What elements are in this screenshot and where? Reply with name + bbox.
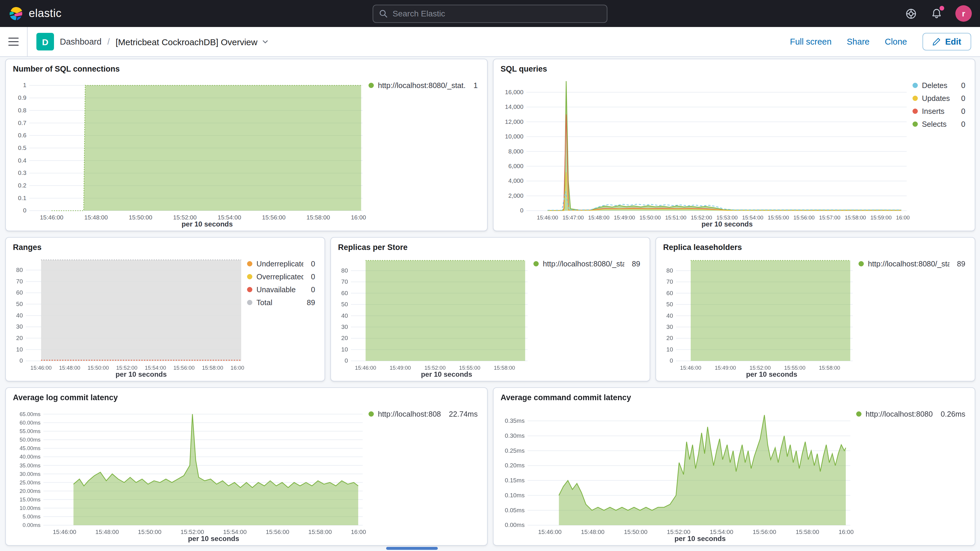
full-screen-button[interactable]: Full screen bbox=[790, 37, 832, 46]
chart-canvas[interactable]: 02,0004,0006,0008,00010,00012,00014,0001… bbox=[500, 75, 910, 229]
elastic-logo[interactable]: elastic bbox=[8, 6, 62, 21]
horizontal-scrollbar-thumb[interactable] bbox=[386, 547, 438, 550]
legend-item[interactable]: http://localhost:8080...0.26ms bbox=[856, 408, 965, 420]
legend-item[interactable]: Overreplicated0 bbox=[247, 271, 315, 282]
y-tick-label: 50 bbox=[16, 301, 23, 307]
x-axis-title: per 10 seconds bbox=[675, 535, 726, 543]
legend-item[interactable]: http://localhost:8080/_stat...1 bbox=[369, 80, 478, 91]
edit-button[interactable]: Edit bbox=[922, 33, 971, 51]
y-tick-label: 0.10ms bbox=[505, 492, 525, 498]
nav-bar: D Dashboard / [Metricbeat CockroachDB] O… bbox=[0, 27, 980, 57]
nav-actions: Full screen Share Clone Edit bbox=[790, 33, 980, 51]
legend-item[interactable]: Underreplicated0 bbox=[247, 258, 315, 269]
legend-item[interactable]: Total89 bbox=[247, 297, 315, 308]
y-tick-label: 14,000 bbox=[505, 103, 523, 110]
global-search[interactable] bbox=[372, 5, 608, 22]
chart-canvas[interactable]: 0102030405060708015:46:0015:49:0015:52:0… bbox=[662, 253, 856, 380]
y-tick-label: 20 bbox=[16, 334, 23, 341]
series-area bbox=[691, 261, 850, 361]
panel-body: 02,0004,0006,0008,00010,00012,00014,0001… bbox=[500, 75, 969, 229]
chart-sql-queries[interactable]: 02,0004,0006,0008,00010,00012,00014,0001… bbox=[500, 75, 910, 229]
share-button[interactable]: Share bbox=[847, 37, 869, 46]
chart-legend: Deletes0Updates0Inserts0Selects0 bbox=[910, 75, 969, 229]
panel-title[interactable]: SQL queries bbox=[500, 64, 969, 75]
help-icon[interactable] bbox=[904, 6, 918, 21]
legend-label: Deletes bbox=[922, 81, 954, 90]
y-tick-label: 30 bbox=[16, 323, 23, 330]
legend-item[interactable]: http://localhost:8080/_sta...89 bbox=[859, 258, 965, 269]
chart-canvas[interactable]: 00.10.20.30.40.50.60.70.80.9115:46:0015:… bbox=[12, 75, 366, 229]
x-tick-label: 15:54:00 bbox=[218, 214, 241, 221]
legend-dot-icon bbox=[859, 261, 864, 266]
x-tick-label: 15:56:00 bbox=[266, 529, 289, 535]
legend-item[interactable]: http://localhost:808...22.74ms bbox=[369, 408, 478, 420]
panel-body: 0102030405060708015:46:0015:49:0015:52:0… bbox=[337, 253, 644, 380]
user-avatar[interactable]: r bbox=[955, 5, 972, 22]
y-tick-label: 0 bbox=[345, 357, 348, 364]
x-tick-label: 15:52:00 bbox=[116, 365, 137, 371]
x-tick-label: 15:54:00 bbox=[223, 529, 247, 535]
legend-item[interactable]: Updates0 bbox=[913, 93, 965, 104]
pencil-icon bbox=[932, 38, 940, 46]
chart-legend: http://localhost:8080/_sta...89 bbox=[531, 253, 644, 380]
y-tick-label: 80 bbox=[341, 267, 348, 274]
y-tick-label: 50 bbox=[667, 301, 673, 307]
panel-title[interactable]: Replica leaseholders bbox=[662, 242, 969, 253]
search-icon bbox=[379, 9, 388, 18]
legend-value: 1 bbox=[474, 81, 478, 90]
legend-value: 0 bbox=[311, 272, 315, 281]
x-tick-label: 15:48:00 bbox=[59, 365, 80, 371]
chart-canvas[interactable]: 0102030405060708015:46:0015:49:0015:52:0… bbox=[337, 253, 531, 380]
panel-title[interactable]: Average command commit latency bbox=[500, 393, 969, 404]
x-tick-label: 15:58:00 bbox=[307, 214, 330, 221]
legend-item[interactable]: Unavailable0 bbox=[247, 284, 315, 295]
chart-canvas[interactable]: 0.00ms5.00ms10.00ms15.00ms20.00ms25.00ms… bbox=[12, 404, 366, 544]
header-right: r bbox=[904, 5, 972, 22]
y-tick-label: 65.00ms bbox=[20, 411, 40, 417]
panel-sql-queries: SQL queries02,0004,0006,0008,00010,00012… bbox=[493, 59, 975, 231]
legend-label: http://localhost:808... bbox=[378, 409, 441, 418]
legend-item[interactable]: Selects0 bbox=[913, 118, 965, 130]
chart-replica-leaseholders[interactable]: 0102030405060708015:46:0015:49:0015:52:0… bbox=[662, 253, 856, 380]
legend-item[interactable]: Inserts0 bbox=[913, 106, 965, 117]
y-tick-label: 20 bbox=[667, 334, 673, 341]
panel-body: 0102030405060708015:46:0015:49:0015:52:0… bbox=[662, 253, 969, 380]
legend-label: Selects bbox=[922, 120, 954, 129]
panel-title[interactable]: Ranges bbox=[12, 242, 319, 253]
series-line bbox=[73, 414, 358, 487]
legend-label: Updates bbox=[922, 94, 954, 103]
menu-hamburger-icon[interactable] bbox=[0, 27, 27, 56]
legend-label: Overreplicated bbox=[256, 272, 303, 281]
panel-title[interactable]: Replicas per Store bbox=[337, 242, 644, 253]
y-tick-label: 0 bbox=[20, 357, 23, 364]
clone-button[interactable]: Clone bbox=[885, 37, 907, 46]
x-tick-label: 15:58:00 bbox=[819, 365, 840, 371]
panel-title[interactable]: Average log commit latency bbox=[12, 393, 481, 404]
x-tick-label: 16:00:00 bbox=[351, 529, 366, 535]
global-header: elastic bbox=[0, 0, 980, 27]
panel-title[interactable]: Number of SQL connections bbox=[12, 64, 481, 75]
y-tick-label: 30.00ms bbox=[20, 471, 40, 477]
series-line bbox=[547, 172, 901, 211]
x-tick-label: 15:50:00 bbox=[138, 529, 161, 535]
y-tick-label: 70 bbox=[16, 278, 23, 285]
legend-item[interactable]: Deletes0 bbox=[913, 80, 965, 91]
alerts-icon[interactable] bbox=[929, 6, 943, 21]
search-input[interactable] bbox=[393, 9, 601, 18]
x-tick-label: 16:00:00 bbox=[896, 215, 910, 221]
page-title[interactable]: [Metricbeat CockroachDB] Overview bbox=[116, 37, 269, 47]
y-tick-label: 50 bbox=[341, 301, 348, 307]
chart-number-of-sql-connections[interactable]: 00.10.20.30.40.50.60.70.80.9115:46:0015:… bbox=[12, 75, 366, 229]
chart-replicas-per-store[interactable]: 0102030405060708015:46:0015:49:0015:52:0… bbox=[337, 253, 531, 380]
y-tick-label: 70 bbox=[341, 278, 348, 285]
chart-canvas[interactable]: 0.00ms0.05ms0.10ms0.15ms0.20ms0.25ms0.30… bbox=[500, 404, 854, 544]
breadcrumb-dashboard-link[interactable]: Dashboard bbox=[60, 37, 102, 46]
legend-dot-icon bbox=[913, 83, 918, 88]
chart-ranges[interactable]: 0102030405060708015:46:0015:48:0015:50:0… bbox=[12, 253, 245, 380]
chart-average-log-commit-latency[interactable]: 0.00ms5.00ms10.00ms15.00ms20.00ms25.00ms… bbox=[12, 404, 366, 544]
chart-average-command-commit-latency[interactable]: 0.00ms0.05ms0.10ms0.15ms0.20ms0.25ms0.30… bbox=[500, 404, 854, 544]
x-axis-title: per 10 seconds bbox=[746, 370, 797, 378]
legend-item[interactable]: http://localhost:8080/_sta...89 bbox=[533, 258, 640, 269]
x-tick-label: 15:46:00 bbox=[53, 529, 76, 535]
chart-canvas[interactable]: 0102030405060708015:46:0015:48:0015:50:0… bbox=[12, 253, 245, 380]
